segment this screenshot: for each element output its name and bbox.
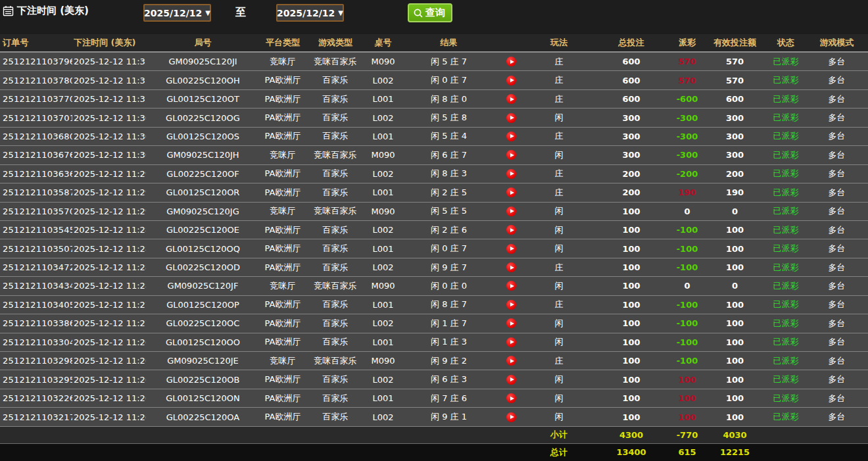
play-icon[interactable]	[506, 393, 516, 403]
play-icon[interactable]	[506, 244, 516, 254]
play-triangle	[510, 228, 514, 232]
cell-game-no: GL00125C120OQ	[146, 239, 260, 257]
cell-order-no: 251212110363676	[0, 165, 72, 183]
total-cell-valid-bet: 12215	[704, 444, 766, 461]
bet-time-title-wrap: 下注时间 (美东)	[3, 5, 89, 17]
play-icon[interactable]	[506, 94, 516, 104]
cell-table-no: L001	[365, 333, 401, 351]
cell-valid-bet: 600	[704, 90, 766, 108]
cell-result: 闲 0 庄 7	[401, 239, 496, 257]
play-icon[interactable]	[506, 356, 516, 366]
cell-game-type: 竞咪百家乐	[306, 352, 365, 370]
cell-table-no: L001	[365, 296, 401, 314]
cell-order-no: 251212110338658	[0, 314, 72, 332]
cell-replay	[496, 239, 526, 257]
table-row: 2512121103298172025-12-12 11:26:47GM0902…	[0, 352, 868, 370]
play-icon[interactable]	[506, 76, 516, 85]
cell-platform: PA欧洲厅	[260, 221, 306, 239]
cell-total-bet: 600	[592, 90, 671, 108]
play-triangle	[510, 359, 514, 363]
cell-order-no: 251212110367623	[0, 146, 72, 164]
total-cell-payout: 615	[671, 444, 704, 461]
query-button-label: 查询	[425, 7, 445, 19]
cell-game-type: 百家乐	[306, 296, 365, 314]
cell-payout: -100	[671, 258, 704, 276]
cell-status: 已派彩	[766, 239, 806, 257]
cell-bet-time: 2025-12-12 11:28:19	[72, 258, 146, 276]
query-button[interactable]: 查询	[408, 3, 452, 22]
cell-table-no: M090	[365, 203, 401, 220]
subtotal-cell-table-no	[365, 427, 401, 443]
cell-order-no: 251212110378014	[0, 71, 72, 89]
play-icon[interactable]	[506, 262, 516, 272]
play-icon[interactable]	[506, 187, 516, 197]
cell-game-no: GM09025C120JI	[146, 53, 260, 70]
play-icon[interactable]	[506, 300, 516, 310]
cell-replay	[496, 90, 526, 108]
play-icon[interactable]	[506, 113, 516, 123]
play-icon[interactable]	[506, 57, 516, 66]
cell-game-no: GL00125C120OP	[146, 296, 260, 314]
cell-status: 已派彩	[766, 408, 806, 425]
date-to-select[interactable]: 2025/12/12 ▼	[276, 4, 344, 22]
play-icon[interactable]	[506, 206, 516, 216]
play-icon[interactable]	[506, 375, 516, 385]
cell-table-no: M090	[365, 53, 401, 70]
cell-platform: PA欧洲厅	[260, 408, 306, 425]
cell-game-type: 百家乐	[306, 71, 365, 89]
chevron-down-icon: ▼	[338, 9, 343, 16]
column-header-platform: 平台类型	[260, 34, 306, 51]
cell-bet-time: 2025-12-12 11:26:06	[72, 408, 146, 425]
date-from-select[interactable]: 2025/12/12 ▼	[143, 4, 211, 22]
play-icon[interactable]	[506, 150, 516, 160]
cell-game-type: 竞咪百家乐	[306, 203, 365, 220]
play-icon[interactable]	[506, 412, 516, 422]
cell-platform: PA欧洲厅	[260, 370, 306, 388]
cell-result: 闲 1 庄 3	[401, 333, 496, 351]
cell-game-no: GM09025C120JG	[146, 203, 260, 220]
total-cell-game-no	[146, 444, 260, 461]
cell-valid-bet: 190	[704, 183, 766, 201]
cell-table-no: L001	[365, 183, 401, 201]
chevron-down-icon: ▼	[205, 9, 210, 16]
cell-result: 闲 5 庄 5	[401, 203, 496, 220]
cell-mode: 多台	[806, 314, 868, 332]
cell-game-type: 竞咪百家乐	[306, 277, 365, 295]
cell-mode: 多台	[806, 165, 868, 183]
cell-platform: PA欧洲厅	[260, 389, 306, 407]
total-cell-table-no	[365, 444, 401, 461]
cell-total-bet: 100	[592, 277, 671, 295]
subtotal-cell-replay	[496, 427, 526, 443]
cell-replay	[496, 221, 526, 239]
cell-game-type: 百家乐	[306, 370, 365, 388]
play-icon[interactable]	[506, 169, 516, 179]
play-icon[interactable]	[506, 225, 516, 235]
cell-mode: 多台	[806, 71, 868, 89]
cell-valid-bet: 100	[704, 239, 766, 257]
cell-play: 闲	[526, 277, 592, 295]
cell-play: 庄	[526, 296, 592, 314]
cell-game-type: 百家乐	[306, 183, 365, 201]
cell-replay	[496, 277, 526, 295]
cell-valid-bet: 300	[704, 128, 766, 145]
cell-status: 已派彩	[766, 258, 806, 276]
cell-mode: 多台	[806, 389, 868, 407]
column-header-bet-time: 下注时间 (美东)	[72, 34, 146, 51]
cell-total-bet: 200	[592, 183, 671, 201]
play-icon[interactable]	[506, 132, 516, 141]
cell-mode: 多台	[806, 203, 868, 220]
total-cell-result	[401, 444, 496, 461]
play-icon[interactable]	[506, 281, 516, 291]
cell-bet-time: 2025-12-12 11:26:10	[72, 389, 146, 407]
play-icon[interactable]	[506, 318, 516, 328]
play-icon[interactable]	[506, 337, 516, 347]
cell-game-no: GL00125C120OR	[146, 183, 260, 201]
date-from-value: 2025/12/12	[144, 8, 202, 18]
cell-platform: PA欧洲厅	[260, 90, 306, 108]
cell-status: 已派彩	[766, 296, 806, 314]
cell-mode: 多台	[806, 146, 868, 164]
cell-play: 闲	[526, 203, 592, 220]
cell-play: 庄	[526, 165, 592, 183]
play-triangle	[510, 266, 514, 270]
play-triangle	[510, 172, 514, 176]
